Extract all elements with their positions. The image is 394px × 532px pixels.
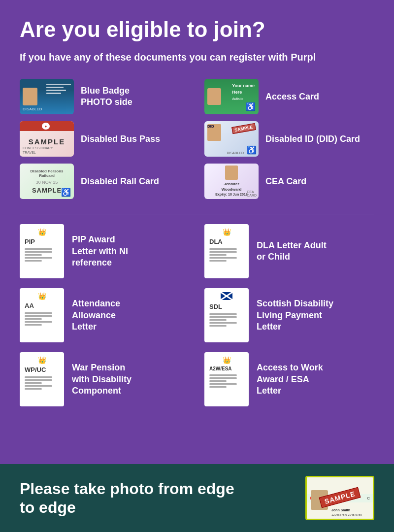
- card-image-access-card: Your nameHereAutistic ♿: [204, 79, 259, 114]
- subtitle: If you have any of these documents you c…: [20, 50, 374, 64]
- main-container: Are you eligible to join? If you have an…: [0, 0, 394, 532]
- letter-image-sdl: SDL: [204, 288, 249, 342]
- letter-item-a2w: 👑 A2W/ESA Access to Work Award / ESA Let…: [204, 352, 374, 406]
- footer-sample-card: 🔴 worcestershire C SAMPLE John Smith 123…: [305, 476, 374, 520]
- letter-label-wpuc: War Pension with Disability Component: [72, 362, 131, 397]
- letter-label-aa: Attendance Allowance Letter: [72, 298, 120, 332]
- crown-icon-dla: 👑: [223, 228, 231, 236]
- card-item-access-card: Your nameHereAutistic ♿ Access Card: [204, 79, 374, 114]
- letter-label-dla: DLA Letter Adult or Child: [257, 240, 327, 263]
- crown-icon-aa: 👑: [38, 292, 46, 300]
- letters-grid: 👑 PIP PIP Award Letter with NI reference: [20, 224, 374, 406]
- letter-item-dla: 👑 DLA DLA Letter Adult or Child: [204, 224, 374, 278]
- crown-icon-a2w: 👑: [223, 356, 231, 364]
- letter-image-wpuc: 👑 WP/UC: [20, 352, 64, 406]
- footer-card-info: John Smith 12345678 9 2345 6789: [331, 508, 371, 517]
- letter-image-dla: 👑 DLA: [204, 224, 249, 278]
- card-item-blue-badge: DISABLED Blue Badge PHOTO side: [20, 79, 190, 114]
- content-area: Are you eligible to join? If you have an…: [0, 0, 394, 464]
- letter-image-a2w: 👑 A2W/ESA: [204, 352, 249, 406]
- letter-image-aa: 👑 AA: [20, 288, 64, 342]
- divider: [20, 214, 374, 214]
- card-label-rail-card: Disabled Rail Card: [81, 176, 159, 187]
- card-item-rail-card: Disabled PersonsRailcard 30 NOV 15 SAMPL…: [20, 164, 190, 199]
- crown-icon-wpuc: 👑: [38, 356, 46, 364]
- card-label-access-card: Access Card: [265, 91, 319, 102]
- letter-label-a2w: Access to Work Award / ESA Letter: [257, 362, 323, 397]
- card-label-blue-badge: Blue Badge PHOTO side: [81, 85, 132, 108]
- crown-icon-pip: 👑: [38, 228, 46, 236]
- card-image-bus-pass: ● SAMPLE CONCESSIONARYTRAVEL: [20, 121, 74, 157]
- footer: Please take photo from edge to edge 🔴 wo…: [0, 464, 394, 532]
- letter-item-pip: 👑 PIP PIP Award Letter with NI reference: [20, 224, 190, 278]
- card-image-rail-card: Disabled PersonsRailcard 30 NOV 15 SAMPL…: [20, 164, 74, 199]
- card-label-bus-pass: Disabled Bus Pass: [81, 133, 160, 145]
- letter-item-wpuc: 👑 WP/UC War Pension with Disability Comp…: [20, 352, 190, 406]
- card-image-cea-card: JenniferWoodwardExpiry: 10 Jun 2018 CEAC…: [204, 164, 259, 199]
- letter-item-aa: 👑 AA Attendance Allowance Letter: [20, 288, 190, 342]
- card-item-bus-pass: ● SAMPLE CONCESSIONARYTRAVEL Disabled Bu…: [20, 121, 190, 157]
- letter-image-pip: 👑 PIP: [20, 224, 64, 278]
- letter-label-pip: PIP Award Letter with NI reference: [72, 234, 128, 268]
- card-item-did-card: SAMPLE DID DISABLED ♿ Disabled ID (DID) …: [204, 121, 374, 157]
- card-label-cea-card: CEA Card: [265, 176, 306, 187]
- letter-label-sdl: Scottish Disability Living Payment Lette…: [257, 298, 333, 332]
- card-label-did-card: Disabled ID (DID) Card: [265, 133, 360, 145]
- footer-text: Please take photo from edge to edge: [20, 479, 296, 517]
- letter-item-sdl: SDL Scottish Disability Living Payment L…: [204, 288, 374, 342]
- card-item-cea-card: JenniferWoodwardExpiry: 10 Jun 2018 CEAC…: [204, 164, 374, 199]
- card-image-did-card: SAMPLE DID DISABLED ♿: [204, 121, 259, 157]
- cards-grid: DISABLED Blue Badge PHOTO side Your name…: [20, 79, 374, 199]
- page-title: Are you eligible to join?: [20, 18, 374, 41]
- card-image-blue-badge: DISABLED: [20, 79, 74, 114]
